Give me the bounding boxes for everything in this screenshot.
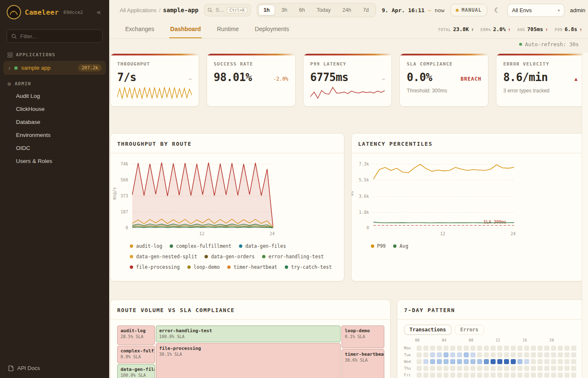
heatmap-cell[interactable] [423,346,428,351]
heatmap-cell[interactable] [484,346,489,351]
time-range-24h[interactable]: 24h [337,5,357,16]
heatmap-cell[interactable] [437,352,442,357]
tab-deployments[interactable]: Deployments [254,20,290,38]
legend-loop-demo[interactable]: loop-demo [187,264,220,270]
heatmap-cell[interactable] [511,352,516,357]
heatmap-cell[interactable] [571,352,576,357]
legend-avg[interactable]: Avg [393,243,408,249]
sidebar-item-sample-app[interactable]: › sample app 207.2k [3,61,106,75]
heatmap-cell[interactable] [450,359,455,364]
heatmap-cell[interactable] [450,366,455,371]
heatmap-cell[interactable] [477,373,482,378]
heatmap-cell[interactable] [444,352,449,357]
heatmap-cell[interactable] [517,366,522,371]
heatmap-cell[interactable] [437,346,442,351]
heatmap-cell[interactable] [551,346,556,351]
heatmap-cell[interactable] [430,373,435,378]
legend-try-catch-test[interactable]: try-catch-test [285,264,332,270]
tab-exchanges[interactable]: Exchanges [124,20,155,38]
heatmap-cell[interactable] [417,352,422,357]
heatmap-cell[interactable] [423,352,428,357]
heatmap-cell[interactable] [430,346,435,351]
legend-complex-fulfillment[interactable]: complex-fulfillment [170,243,231,249]
scrollbar[interactable] [582,52,588,378]
heatmap-cell[interactable] [457,346,462,351]
legend-error-handling-test[interactable]: error-handling-test [262,254,324,260]
global-search[interactable]: S… Ctrl+K [204,4,250,16]
heatmap-cell[interactable] [423,359,428,364]
heatmap-cell[interactable] [470,373,475,378]
heatmap-cell[interactable] [430,352,435,357]
heatmap-cell[interactable] [464,346,469,351]
heatmap-cell[interactable] [450,346,455,351]
time-range-3h[interactable]: 3h [276,5,293,16]
heatmap-cell[interactable] [564,366,570,371]
legend-data-gen-nested-split[interactable]: data-gen-nested-split [130,254,197,260]
heatmap-cell[interactable] [450,373,455,378]
heatmap-cell[interactable] [524,359,529,364]
heatmap-cell[interactable] [423,366,428,371]
heatmap-cell[interactable] [564,373,570,378]
heatmap-cell[interactable] [524,366,529,371]
heatmap-cell[interactable] [464,366,469,371]
heatmap-cell[interactable] [551,352,556,357]
heatmap-cell[interactable] [444,373,449,378]
toggle-errors[interactable]: Errors [455,325,484,335]
heatmap-cell[interactable] [437,359,442,364]
heatmap-cell[interactable] [558,366,563,371]
time-range-today[interactable]: Today [311,5,336,16]
heatmap-cell[interactable] [497,359,502,364]
sidebar-item-audit-log[interactable]: Audit Log [0,89,109,102]
heatmap-cell[interactable] [417,366,422,371]
heatmap-cell[interactable] [571,373,576,378]
heatmap-cell[interactable] [544,359,549,364]
env-select[interactable]: All Envs ▾ [507,4,564,17]
heatmap-cell[interactable] [558,359,563,364]
time-range-6h[interactable]: 6h [294,5,310,16]
heatmap-cell[interactable] [538,346,543,351]
heatmap-cell[interactable] [564,346,570,351]
heatmap-cell[interactable] [564,352,570,357]
breadcrumb-root[interactable]: All Applications [120,7,156,13]
manual-refresh-button[interactable]: MANUAL [450,4,487,16]
time-range-1h[interactable]: 1h [258,5,276,16]
tab-runtime[interactable]: Runtime [216,20,239,38]
heatmap-cell[interactable] [417,359,422,364]
heatmap-cell[interactable] [497,352,502,357]
heatmap-cell[interactable] [444,346,449,351]
heatmap-cell[interactable] [477,346,482,351]
sidebar-collapse-button[interactable]: « [94,7,103,17]
legend-file-processing[interactable]: file-processing [130,264,180,270]
heatmap-cell[interactable] [517,352,522,357]
api-docs-link[interactable]: API Docs [0,358,109,378]
legend-timer-heartbeat[interactable]: timer-heartbeat [227,264,277,270]
heatmap-cell[interactable] [517,359,522,364]
heatmap-cell[interactable] [450,352,455,357]
heatmap-cell[interactable] [497,346,502,351]
heatmap-cell[interactable] [417,373,422,378]
heatmap-cell[interactable] [517,346,522,351]
heatmap-cell[interactable] [511,359,516,364]
treemap-tile-timer-heartbeat[interactable]: timer-heartbeat30.6% SLA [341,349,384,378]
heatmap-cell[interactable] [470,366,475,371]
heatmap-cell[interactable] [558,346,563,351]
treemap-tile-complex-fulfil[interactable]: complex-fulfil...0.0% SLA [117,346,155,363]
sidebar-item-clickhouse[interactable]: ClickHouse [0,102,109,116]
sidebar-item-users-roles[interactable]: Users & Roles [0,155,109,168]
heatmap-cell[interactable] [511,366,516,371]
heatmap-cell[interactable] [504,373,509,378]
heatmap-cell[interactable] [517,373,522,378]
heatmap-cell[interactable] [504,346,509,351]
heatmap-cell[interactable] [544,373,549,378]
heatmap-cell[interactable] [524,346,529,351]
heatmap-cell[interactable] [524,352,529,357]
legend-p99[interactable]: P99 [371,243,386,249]
heatmap-cell[interactable] [491,346,496,351]
heatmap-cell[interactable] [504,366,509,371]
heatmap-cell[interactable] [464,352,469,357]
heatmap-cell[interactable] [511,373,516,378]
heatmap-cell[interactable] [531,352,536,357]
heatmap-cell[interactable] [457,352,462,357]
theme-toggle-button[interactable]: ☾ [493,5,502,15]
sidebar-item-oidc[interactable]: OIDC [0,142,109,155]
